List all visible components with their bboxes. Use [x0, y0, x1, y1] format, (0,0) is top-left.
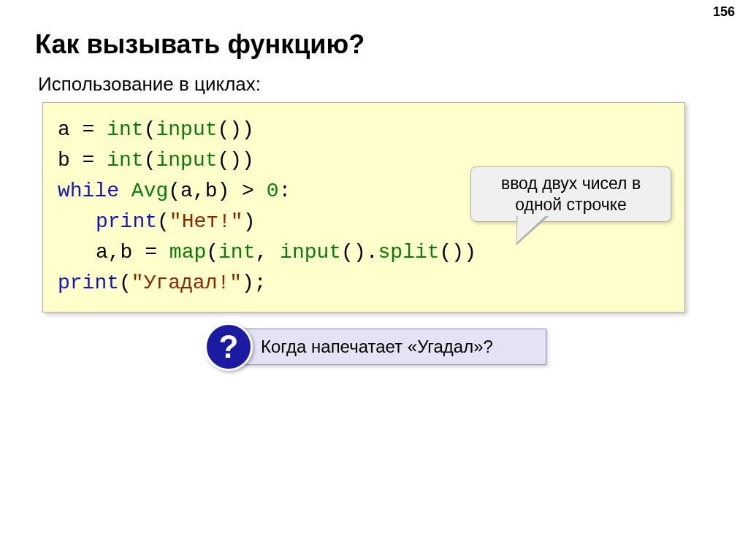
callout-line-2: одной строчке [480, 194, 662, 215]
code-eq: = [70, 118, 107, 141]
code-paren: ( [157, 210, 169, 233]
code-line-6: print("Угадал!"); [58, 268, 670, 299]
code-tail: ()) [440, 241, 476, 264]
code-lhs: a,b = [96, 241, 169, 264]
code-while: while [58, 180, 119, 202]
code-tail: ()) [217, 118, 253, 141]
code-var: a [58, 118, 70, 141]
code-paren: ( [206, 241, 218, 264]
code-paren: ( [144, 118, 156, 141]
code-tail: ()) [217, 149, 253, 172]
code-split: split [378, 241, 440, 264]
code-args: (a,b) [168, 180, 229, 202]
code-colon: : [279, 180, 291, 202]
code-string: "Нет!" [169, 210, 243, 233]
code-string: "Угадал!" [131, 272, 242, 294]
code-input: input [156, 118, 217, 141]
code-input: input [280, 241, 341, 264]
code-paren: ( [119, 272, 131, 294]
question-box: Когда напечатает «Угадал»? [232, 329, 546, 365]
code-int: int [218, 241, 255, 264]
code-paren: ( [144, 149, 156, 172]
code-int: int [107, 149, 143, 172]
callout-line-1: ввод двух чисел в [480, 173, 662, 194]
slide-subtitle: Использование в циклах: [38, 73, 261, 96]
code-print: print [58, 272, 119, 294]
code-eq: = [70, 149, 107, 172]
code-cmp: > [229, 180, 266, 202]
code-comma: , [255, 241, 280, 264]
code-map: map [169, 241, 206, 264]
code-input: input [156, 149, 217, 172]
question-mark-icon: ? [205, 323, 253, 371]
question-text: Когда напечатает «Угадал»? [261, 337, 493, 357]
code-paren: ); [242, 272, 267, 294]
code-print: print [96, 210, 157, 233]
code-line-1: a = int(input()) [58, 115, 670, 145]
page-number: 156 [713, 4, 735, 20]
code-int: int [107, 118, 143, 141]
code-avg: Avg [131, 180, 168, 202]
code-zero: 0 [267, 180, 279, 202]
code-var: b [58, 149, 70, 172]
code-line-5: a,b = map(int, input().split()) [96, 237, 670, 268]
code-paren: ) [243, 210, 256, 233]
callout-bubble: ввод двух чисел в одной строчке [470, 166, 671, 222]
code-space [119, 180, 131, 202]
code-mid: (). [341, 241, 378, 264]
slide-title: Как вызывать функцию? [35, 29, 365, 60]
